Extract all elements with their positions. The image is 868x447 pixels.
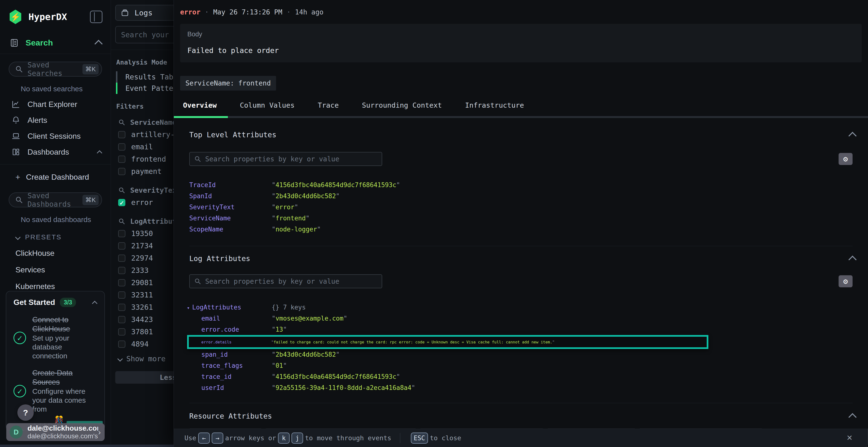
attribute-value[interactable]: node-logger [272,226,321,233]
create-dashboard-button[interactable]: + Create Dashboard [0,169,111,185]
less-filters-button[interactable]: Less filters [115,371,174,384]
chevron-up-icon[interactable] [848,255,857,264]
service-name-tag[interactable]: ServiceName: frontend [180,76,276,91]
filter-option[interactable]: 22974 [118,254,174,262]
tab-infrastructure[interactable]: Infrastructure [465,101,524,116]
chevron-up-icon[interactable] [848,132,857,140]
attribute-key[interactable]: ScopeName [189,226,272,233]
checkbox[interactable] [118,304,125,311]
checkbox[interactable] [118,267,125,274]
attribute-row[interactable]: ServiceName frontend [189,213,852,224]
attribute-row[interactable]: trace_flags 01 [189,360,852,371]
checkbox[interactable] [118,316,125,323]
checkbox[interactable] [118,279,125,286]
filter-option[interactable]: email [118,143,174,151]
close-icon[interactable]: × [847,432,852,443]
preset-item-services[interactable]: Services [0,265,111,274]
checkbox[interactable] [118,168,125,175]
attribute-value[interactable]: 4156d3fbc40a64854d9dc7f68641593c [272,373,400,380]
attribute-value[interactable]: 2b43d0c4dd6bc582 [272,193,340,200]
tree-root-row[interactable]: LogAttributes {} 7 keys [189,302,852,313]
preset-item-clickhouse[interactable]: ClickHouse [0,249,111,258]
attribute-row[interactable]: SeverityText error [189,202,852,213]
attribute-row[interactable]: ScopeName node-logger [189,224,852,235]
attribute-value[interactable]: 01 [272,362,287,369]
saved-searches-input[interactable]: Saved Searches ⌘K [9,62,102,77]
sidebar-item-chart-explorer[interactable]: Chart Explorer [0,96,111,112]
source-selector-button[interactable]: Logs [115,5,174,21]
filter-option[interactable]: 4894 [118,340,174,348]
events-search-input[interactable]: Search your ev [115,26,174,43]
tab-surrounding-context[interactable]: Surrounding Context [362,101,442,116]
chevron-up-icon[interactable] [848,413,857,421]
attribute-key[interactable]: trace_flags [189,362,272,369]
filter-option[interactable]: 33261 [118,303,174,311]
filter-group-servicename[interactable]: ServiceName [118,118,174,127]
attribute-value[interactable]: 13 [272,326,287,333]
checkbox-checked[interactable] [118,199,125,206]
filter-option[interactable]: error [118,198,174,207]
attribute-row[interactable]: trace_id 4156d3fbc40a64854d9dc7f68641593… [189,371,852,382]
filter-option[interactable]: payment [118,167,174,176]
chevron-up-icon[interactable] [92,301,97,306]
attribute-row[interactable]: email vmoses@example.com [189,313,852,324]
settings-gear-button[interactable]: ⚙ [839,153,852,165]
filter-group-logattributes[interactable]: LogAttributes [118,217,174,226]
checkbox[interactable] [118,291,125,299]
attribute-value[interactable]: error [272,204,298,211]
help-button[interactable]: ? [18,404,34,421]
show-more-toggle[interactable]: Show more [118,354,174,363]
presets-toggle[interactable]: PRESETS [0,233,111,241]
sidebar-item-dashboards[interactable]: Dashboards [0,144,111,160]
attribute-key[interactable]: trace_id [189,373,272,380]
attribute-row[interactable]: error.code 13 [189,324,852,335]
mode-event-patterns[interactable]: Event Patterns [111,82,174,94]
attribute-key[interactable]: SpanId [189,193,272,200]
attribute-key[interactable]: error.details [189,340,271,344]
attribute-value[interactable]: vmoses@example.com [272,315,347,322]
attribute-key[interactable]: ServiceName [189,215,272,222]
get-started-item[interactable]: ✓ Connect to ClickHouse Set up your data… [13,315,99,360]
mode-results-table[interactable]: Results Table [111,71,174,82]
attribute-key[interactable]: TraceId [189,181,272,188]
filter-option[interactable]: 21734 [118,242,174,250]
filter-option[interactable]: 37801 [118,328,174,336]
tab-column-values[interactable]: Column Values [240,101,294,116]
filter-group-severitytext[interactable]: SeverityText [118,186,174,194]
checkbox[interactable] [118,328,125,336]
attribute-row[interactable]: userId 92a55156-39a4-11f0-8ddd-a2eca416a… [189,382,852,393]
tree-root-key[interactable]: LogAttributes [187,304,272,311]
checkbox[interactable] [118,131,125,138]
preset-item-kubernetes[interactable]: Kubernetes [0,282,111,291]
filter-option[interactable]: 34423 [118,315,174,324]
attribute-value[interactable]: 92a55156-39a4-11f0-8ddd-a2eca416a8a4 [272,384,415,391]
saved-dashboards-input[interactable]: Saved Dashboards ⌘K [9,193,102,207]
sidebar-item-alerts[interactable]: Alerts [0,112,111,128]
attribute-key[interactable]: span_id [189,351,272,358]
sidebar-item-client-sessions[interactable]: Client Sessions [0,128,111,144]
checkbox[interactable] [118,254,125,262]
filter-option[interactable]: 2333 [118,266,174,275]
checkbox[interactable] [118,156,125,163]
sidebar-item-search[interactable]: Search [0,24,111,54]
tab-trace[interactable]: Trace [318,101,339,116]
attribute-value[interactable]: 2b43d0c4dd6bc582 [272,351,340,358]
property-search-input[interactable]: Search properties by key or value [189,152,382,166]
property-search-input[interactable]: Search properties by key or value [189,274,382,288]
attribute-value[interactable]: 4156d3fbc40a64854d9dc7f68641593c [272,181,400,188]
filter-option[interactable]: frontend [118,155,174,163]
sidebar-collapse-icon[interactable] [90,10,102,23]
attribute-value[interactable]: frontend [272,215,310,222]
attribute-row[interactable]: TraceId 4156d3fbc40a64854d9dc7f68641593c [189,179,852,191]
attribute-row[interactable]: SpanId 2b43d0c4dd6bc582 [189,191,852,202]
user-menu[interactable]: D dale@clickhouse.com dale@clickhouse.co… [6,423,105,441]
filter-option[interactable]: 29081 [118,278,174,287]
checkbox[interactable] [118,230,125,237]
filter-option[interactable]: 32311 [118,291,174,299]
body-card[interactable]: Body Failed to place order [180,24,862,62]
attribute-key[interactable]: error.code [189,326,272,333]
attribute-row[interactable]: span_id 2b43d0c4dd6bc582 [189,349,852,360]
checkbox[interactable] [118,242,125,249]
attribute-key[interactable]: email [189,315,272,322]
filter-option[interactable]: artillery-loadgen [118,130,174,139]
